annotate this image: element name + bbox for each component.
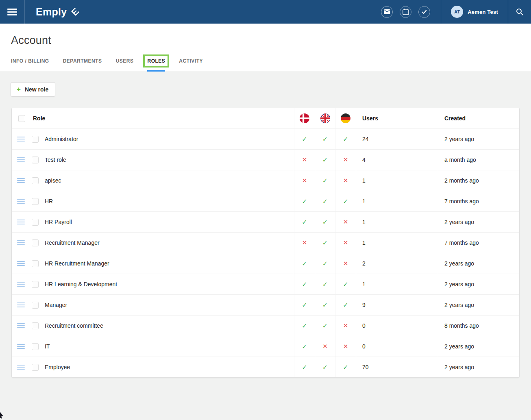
drag-handle-icon[interactable] bbox=[17, 302, 25, 307]
row-checkbox[interactable] bbox=[32, 219, 39, 226]
role-name[interactable]: Administrator bbox=[45, 136, 78, 142]
tab-roles-label: ROLES bbox=[147, 58, 165, 64]
row-checkbox[interactable] bbox=[32, 239, 39, 246]
drag-handle-icon[interactable] bbox=[17, 178, 25, 183]
mail-icon[interactable] bbox=[381, 6, 393, 18]
role-name[interactable]: HR Payroll bbox=[45, 219, 72, 225]
role-name[interactable]: Recruitment committee bbox=[45, 322, 103, 329]
drag-handle-icon[interactable] bbox=[17, 344, 25, 349]
drag-handle-icon[interactable] bbox=[17, 323, 25, 328]
german-enabled-mark: ✕ bbox=[335, 150, 356, 170]
english-enabled-mark: ✓ bbox=[315, 316, 335, 336]
tab-users[interactable]: USERS bbox=[116, 57, 134, 71]
table-row: HR ✓ ✓ ✓ 1 7 months ago bbox=[12, 191, 519, 211]
users-count: 2 bbox=[356, 253, 438, 274]
users-count: 1 bbox=[356, 170, 438, 191]
select-all-checkbox[interactable] bbox=[18, 115, 25, 122]
tab-bar: INFO / BILLING DEPARTMENTS USERS ROLES A… bbox=[0, 47, 531, 71]
table-row: Administrator ✓ ✓ ✓ 24 2 years ago bbox=[12, 128, 519, 149]
drag-handle-icon[interactable] bbox=[17, 240, 25, 245]
german-enabled-mark: ✓ bbox=[335, 129, 356, 149]
row-checkbox[interactable] bbox=[32, 322, 39, 329]
danish-enabled-mark: ✓ bbox=[294, 129, 315, 149]
row-checkbox[interactable] bbox=[32, 198, 39, 205]
tab-info-billing[interactable]: INFO / BILLING bbox=[11, 57, 49, 71]
role-name[interactable]: Manager bbox=[45, 302, 67, 308]
row-checkbox[interactable] bbox=[32, 281, 39, 288]
drag-handle-icon[interactable] bbox=[17, 261, 25, 266]
app-logo[interactable]: Emply bbox=[36, 0, 80, 24]
role-column-header: Role bbox=[33, 115, 45, 122]
tasks-check-icon[interactable] bbox=[418, 6, 430, 18]
german-enabled-mark: ✓ bbox=[335, 191, 356, 211]
drag-handle-icon[interactable] bbox=[17, 282, 25, 287]
row-checkbox[interactable] bbox=[32, 343, 39, 350]
calendar-icon[interactable] bbox=[400, 6, 411, 18]
row-checkbox[interactable] bbox=[32, 302, 39, 309]
english-language-column-header bbox=[315, 108, 335, 128]
role-name[interactable]: Employee bbox=[45, 364, 70, 370]
table-row: Employee ✓ ✓ ✓ 70 2 years ago bbox=[12, 357, 519, 377]
table-row: HR Learning & Development ✓ ✓ ✓ 1 2 year… bbox=[12, 274, 519, 294]
role-name[interactable]: HR Recruitment Manager bbox=[45, 260, 109, 267]
created-date: 8 months ago bbox=[438, 316, 519, 336]
role-name[interactable]: HR Learning & Development bbox=[45, 281, 117, 287]
german-enabled-mark: ✕ bbox=[335, 316, 356, 336]
english-enabled-mark: ✓ bbox=[315, 191, 335, 211]
english-enabled-mark: ✓ bbox=[315, 253, 335, 274]
danish-enabled-mark: ✓ bbox=[294, 316, 315, 336]
german-language-column-header bbox=[335, 108, 356, 128]
created-date: 2 years ago bbox=[438, 274, 519, 294]
german-enabled-mark: ✕ bbox=[335, 170, 356, 191]
page-title: Account bbox=[0, 24, 531, 47]
row-checkbox[interactable] bbox=[32, 157, 39, 163]
role-name[interactable]: Test role bbox=[45, 157, 66, 163]
users-count: 24 bbox=[356, 129, 438, 149]
denmark-flag-icon bbox=[300, 113, 309, 123]
danish-enabled-mark: ✓ bbox=[294, 253, 315, 274]
tab-roles[interactable]: ROLES bbox=[147, 57, 165, 71]
users-count: 0 bbox=[356, 336, 438, 357]
row-checkbox[interactable] bbox=[32, 177, 39, 184]
drag-handle-icon[interactable] bbox=[17, 199, 25, 204]
row-checkbox[interactable] bbox=[32, 136, 39, 143]
english-enabled-mark: ✓ bbox=[315, 295, 335, 315]
drag-handle-icon[interactable] bbox=[17, 137, 25, 141]
danish-enabled-mark: ✕ bbox=[294, 233, 315, 253]
new-role-button[interactable]: + New role bbox=[11, 82, 55, 97]
role-name[interactable]: IT bbox=[45, 343, 50, 350]
role-name[interactable]: apisec bbox=[45, 177, 61, 184]
danish-enabled-mark: ✓ bbox=[294, 295, 315, 315]
search-icon[interactable] bbox=[508, 0, 531, 24]
german-enabled-mark: ✓ bbox=[335, 274, 356, 294]
german-enabled-mark: ✕ bbox=[335, 253, 356, 274]
table-row: HR Payroll ✓ ✓ ✕ 1 2 years ago bbox=[12, 211, 519, 232]
created-column-header: Created bbox=[438, 108, 519, 128]
drag-handle-icon[interactable] bbox=[17, 365, 25, 370]
topbar: Emply AT Aemen T bbox=[0, 0, 531, 24]
user-menu[interactable]: AT Aemen Test bbox=[441, 0, 508, 24]
german-enabled-mark: ✕ bbox=[335, 336, 356, 357]
tab-departments[interactable]: DEPARTMENTS bbox=[63, 57, 102, 71]
users-count: 1 bbox=[356, 191, 438, 211]
created-date: 2 years ago bbox=[438, 336, 519, 357]
hamburger-menu-icon[interactable] bbox=[0, 0, 25, 24]
role-name[interactable]: Recruitment Manager bbox=[45, 239, 100, 246]
users-count: 70 bbox=[356, 357, 438, 377]
drag-handle-icon[interactable] bbox=[17, 220, 25, 224]
tab-activity[interactable]: ACTIVITY bbox=[179, 57, 203, 71]
danish-enabled-mark: ✓ bbox=[294, 357, 315, 377]
drag-handle-icon[interactable] bbox=[17, 157, 25, 162]
topbar-icon-group bbox=[381, 0, 430, 24]
role-name[interactable]: HR bbox=[45, 198, 53, 205]
row-checkbox[interactable] bbox=[32, 260, 39, 267]
english-enabled-mark: ✓ bbox=[315, 129, 335, 149]
new-role-button-label: New role bbox=[25, 86, 48, 93]
row-checkbox[interactable] bbox=[32, 364, 39, 371]
table-row: Test role ✕ ✓ ✕ 4 a month ago bbox=[12, 149, 519, 170]
danish-language-column-header bbox=[294, 108, 315, 128]
english-enabled-mark: ✓ bbox=[315, 212, 335, 232]
created-date: 2 months ago bbox=[438, 170, 519, 191]
user-name: Aemen Test bbox=[468, 9, 498, 15]
table-row: IT ✓ ✕ ✕ 0 2 years ago bbox=[12, 336, 519, 357]
